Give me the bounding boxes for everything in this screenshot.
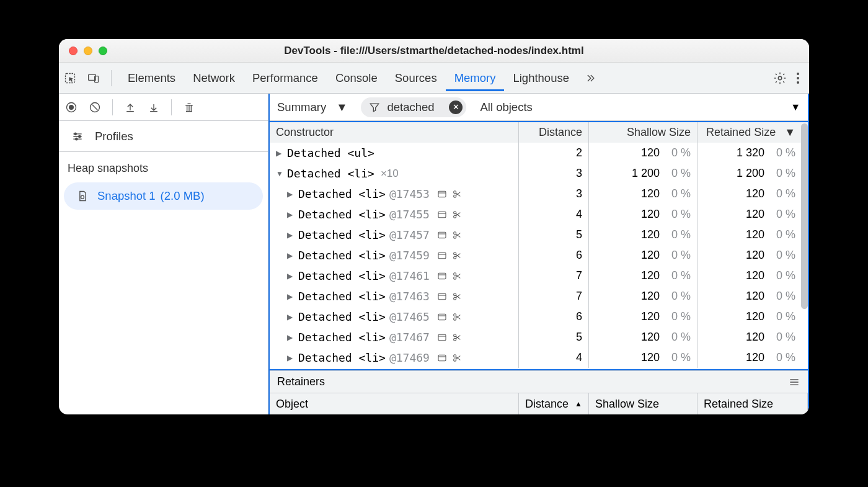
svg-rect-35 — [438, 355, 446, 360]
tab-lighthouse[interactable]: Lighthouse — [504, 65, 578, 91]
disclosure-icon[interactable]: ▶ — [287, 272, 293, 280]
scrollbar[interactable] — [801, 123, 808, 368]
constructor-label: Detached <li> — [298, 351, 386, 364]
detach-icon[interactable] — [452, 353, 462, 363]
svg-rect-2 — [95, 76, 99, 82]
col-distance[interactable]: Distance — [519, 122, 589, 143]
constructor-label: Detached <li> — [298, 290, 386, 303]
table-row[interactable]: ▶Detached <li>@1745961200 %1200 % — [270, 245, 808, 266]
minimize-window-button[interactable] — [84, 47, 92, 55]
table-row[interactable]: ▶Detached <li>@1746751200 %1200 % — [270, 327, 808, 347]
scroll-thumb[interactable] — [801, 123, 808, 309]
table-row[interactable]: ▶Detached <li>@1745541200 %1200 % — [270, 204, 808, 225]
view-select[interactable]: Summary ▼ — [277, 101, 347, 114]
disclosure-icon[interactable]: ▶ — [287, 333, 293, 342]
reveal-icon[interactable] — [437, 292, 447, 302]
detach-icon[interactable] — [452, 210, 462, 220]
inspect-element-icon[interactable] — [64, 72, 76, 84]
reveal-icon[interactable] — [437, 251, 447, 261]
filter-input[interactable]: detached ✕ — [361, 97, 466, 117]
scope-select-label: All objects — [480, 101, 532, 114]
retained-cell: 1 2000 % — [698, 163, 808, 184]
shallow-cell: 1200 % — [589, 225, 698, 245]
table-row[interactable]: ▶Detached <ul>21200 %1 3200 % — [270, 143, 808, 163]
object-id: @17467 — [389, 331, 430, 344]
distance-cell: 6 — [519, 306, 589, 327]
record-icon[interactable] — [65, 101, 78, 114]
table-row[interactable]: ▶Detached <li>@1746561200 %1200 % — [270, 306, 808, 327]
col-retained-ret[interactable]: Retained Size — [698, 393, 808, 414]
disclosure-icon[interactable]: ▶ — [287, 313, 293, 321]
svg-rect-20 — [438, 252, 446, 258]
reveal-icon[interactable] — [437, 189, 447, 199]
svg-rect-32 — [438, 334, 446, 340]
device-toolbar-icon[interactable] — [87, 72, 100, 84]
object-id: @17463 — [389, 290, 430, 303]
tab-network[interactable]: Network — [184, 65, 244, 91]
detach-icon[interactable] — [452, 189, 462, 199]
scope-caret-icon[interactable]: ▼ — [790, 102, 800, 113]
svg-point-3 — [778, 76, 782, 80]
table-row[interactable]: ▶Detached <li>@1745751200 %1200 % — [270, 225, 808, 245]
more-tabs-icon[interactable] — [584, 72, 596, 84]
retainers-menu-icon[interactable] — [788, 376, 800, 388]
detach-icon[interactable] — [452, 292, 462, 302]
clear-icon[interactable] — [89, 101, 101, 114]
col-shallow-ret[interactable]: Shallow Size — [589, 393, 698, 414]
save-profile-icon[interactable] — [148, 101, 160, 114]
tab-memory[interactable]: Memory — [446, 65, 505, 91]
disclosure-icon[interactable]: ▶ — [287, 190, 293, 199]
reveal-icon[interactable] — [437, 210, 447, 220]
table-row[interactable]: ▼Detached <li>×1031 2000 %1 2000 % — [270, 163, 808, 184]
settings-gear-icon[interactable] — [773, 71, 787, 85]
disclosure-icon[interactable]: ▶ — [287, 354, 293, 362]
detach-icon[interactable] — [452, 230, 462, 240]
detach-icon[interactable] — [452, 271, 462, 281]
disclosure-icon[interactable]: ▶ — [287, 251, 293, 260]
disclosure-icon[interactable]: ▶ — [287, 292, 293, 301]
reveal-icon[interactable] — [437, 312, 447, 322]
disclosure-icon[interactable]: ▶ — [276, 149, 282, 158]
object-id: @17459 — [389, 249, 430, 262]
close-window-button[interactable] — [69, 47, 78, 55]
table-row[interactable]: ▶Detached <li>@1746171200 %1200 % — [270, 266, 808, 286]
table-row[interactable]: ▶Detached <li>@1746371200 %1200 % — [270, 286, 808, 306]
load-profile-icon[interactable] — [124, 101, 136, 114]
scope-select[interactable]: All objects — [480, 101, 532, 114]
tab-elements[interactable]: Elements — [119, 65, 184, 91]
reveal-icon[interactable] — [437, 353, 447, 363]
tab-console[interactable]: Console — [327, 65, 386, 91]
retained-cell: 1 3200 % — [698, 143, 808, 163]
profiles-heading: Profiles — [59, 121, 268, 152]
tab-sources[interactable]: Sources — [386, 65, 446, 91]
col-shallow-size[interactable]: Shallow Size — [589, 122, 698, 143]
svg-point-10 — [81, 195, 84, 199]
col-constructor[interactable]: Constructor — [270, 122, 519, 143]
reveal-icon[interactable] — [437, 230, 447, 240]
kebab-menu-icon[interactable] — [797, 73, 799, 84]
detach-icon[interactable] — [452, 251, 462, 261]
col-distance-ret[interactable]: Distance▲ — [519, 393, 589, 414]
clear-filter-icon[interactable]: ✕ — [449, 101, 463, 114]
reveal-icon[interactable] — [437, 333, 447, 342]
detach-icon[interactable] — [452, 333, 462, 342]
traffic-lights — [59, 47, 107, 55]
disclosure-icon[interactable]: ▶ — [287, 210, 293, 219]
detach-icon[interactable] — [452, 312, 462, 322]
zoom-window-button[interactable] — [99, 47, 107, 55]
reveal-icon[interactable] — [437, 271, 447, 281]
disclosure-icon[interactable]: ▶ — [287, 231, 293, 239]
col-retained-size[interactable]: Retained Size▼ — [698, 122, 808, 143]
table-row[interactable]: ▶Detached <li>@1746941200 %1200 % — [270, 347, 808, 368]
constructor-label: Detached <li> — [287, 167, 374, 180]
tab-performance[interactable]: Performance — [244, 65, 327, 91]
sliders-icon[interactable] — [71, 130, 84, 143]
disclosure-icon[interactable]: ▼ — [276, 169, 282, 178]
snapshot-item[interactable]: Snapshot 1 (2.0 MB) — [64, 182, 263, 210]
shallow-cell: 1200 % — [589, 327, 698, 347]
col-object[interactable]: Object — [270, 393, 519, 414]
collect-garbage-icon[interactable] — [183, 101, 195, 114]
profile-toolbar — [59, 94, 268, 121]
table-row[interactable]: ▶Detached <li>@1745331200 %1200 % — [270, 184, 808, 204]
heap-snapshots-label: Heap snapshots — [59, 152, 268, 180]
